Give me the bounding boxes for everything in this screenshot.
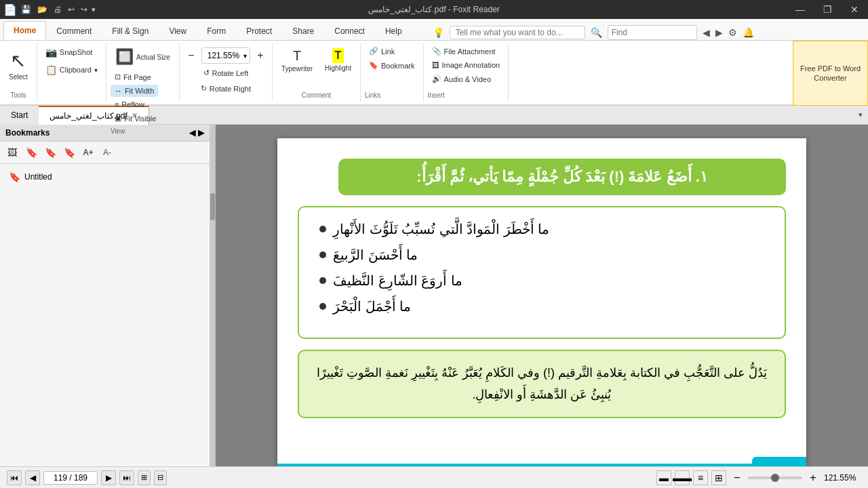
tab-home[interactable]: Home <box>3 21 46 40</box>
ribbon-toolbar: ↖ Select Tools 📷 SnapShot 📋 Clipboard ▾ … <box>0 41 868 106</box>
first-page-button[interactable]: ⏮ <box>7 470 22 485</box>
tab-connect[interactable]: Connect <box>324 21 375 40</box>
zoom-input[interactable] <box>205 51 242 60</box>
sidebar-tool-increase-font[interactable]: A+ <box>80 144 96 161</box>
sidebar-tool-image[interactable]: 🖼 <box>4 144 20 161</box>
view-single-page[interactable]: ▬ <box>656 470 671 485</box>
zoom-out-button[interactable]: − <box>184 49 199 62</box>
clipboard-button[interactable]: 📋 Clipboard ▾ <box>41 62 102 77</box>
settings-icon[interactable]: ⚙ <box>728 27 737 38</box>
quick-print[interactable]: 🖨 <box>52 5 64 14</box>
insert-inner: 📎 File Attachment 🖼 Image Annotation 🔊 A… <box>428 45 505 85</box>
bookmark-icon-tool: 🔖 <box>369 61 378 70</box>
image-annotation-button[interactable]: 🖼 Image Annotation <box>428 59 505 71</box>
bookmark-item-icon: 🔖 <box>9 171 20 182</box>
file-attachment-button[interactable]: 📎 File Attachment <box>428 45 505 58</box>
free-pdf-banner[interactable]: Free PDF to Word Converter <box>793 41 868 106</box>
ribbon-tab-bar: Home Comment Fill & Sign View Form Prote… <box>0 19 868 41</box>
bullet-dot-2 <box>319 251 326 258</box>
snapshot-button[interactable]: 📷 SnapShot <box>41 45 96 60</box>
rotate-right-button[interactable]: ↻ Rotate Right <box>197 82 255 95</box>
quick-redo[interactable]: ↪ <box>79 5 90 14</box>
tab-protect[interactable]: Protect <box>236 21 282 40</box>
zoom-out-status[interactable]: − <box>730 470 745 485</box>
tell-me-input[interactable] <box>450 26 585 39</box>
reflow-button[interactable]: ≡ Reflow <box>111 98 149 110</box>
bell-icon[interactable]: 🔔 <box>743 27 754 38</box>
sidebar-tool-decrease-font[interactable]: A- <box>99 144 115 161</box>
actual-size-icon: 🔲 <box>115 48 134 66</box>
find-input[interactable] <box>612 28 693 37</box>
zoom-in-button[interactable]: + <box>253 49 268 62</box>
sidebar-tool-bookmark3[interactable]: 🔖 <box>61 144 77 161</box>
view-two-page[interactable]: ▬▬ <box>675 470 690 485</box>
zoom-dropdown-icon[interactable]: ▾ <box>243 52 247 60</box>
ribbon-group-comment: T Typewriter T Highlight Comment <box>273 43 361 102</box>
bookmark-button[interactable]: 🔖 Bookmark <box>365 59 419 72</box>
select-button[interactable]: ↖ Select <box>4 45 33 85</box>
bullet-dot-1 <box>319 226 326 232</box>
sidebar: Bookmarks ◀ ▶ 🖼 🔖 🔖 🔖 A+ A- 🔖 Untitled <box>0 125 210 466</box>
highlight-button[interactable]: T Highlight <box>320 45 356 76</box>
fit-page-icon: ⊡ <box>115 73 121 81</box>
window-title: كتاب_لغتي_خامس.pdf - Foxit Reader <box>368 5 500 14</box>
prev-page-button[interactable]: ◀ <box>25 470 40 485</box>
clipboard-icon: 📋 <box>45 64 57 75</box>
view-spread[interactable]: ⊞ <box>711 470 726 485</box>
fit-width-button[interactable]: ↔ Fit Width <box>111 85 158 97</box>
pdf-info-box: يَدُلُّ على التَّعَجُّبِ في الكتابة بِعَ… <box>298 350 786 418</box>
link-button[interactable]: 🔗 Link <box>365 45 419 58</box>
view-continuous[interactable]: ≡ <box>693 470 708 485</box>
typewriter-button[interactable]: T Typewriter <box>277 45 317 76</box>
pdf-green-header: ١. أَضَعُ عَلامَةَ (!) بَعْدَ كُلِّ جُمْ… <box>338 159 786 195</box>
next-page-button[interactable]: ▶ <box>101 470 116 485</box>
quick-save[interactable]: 💾 <box>19 5 33 14</box>
page-input[interactable] <box>43 471 98 485</box>
tab-share[interactable]: Share <box>282 21 324 40</box>
file-attachment-icon: 📎 <box>432 47 441 56</box>
nav-prev-icon[interactable]: ◀ <box>703 27 710 38</box>
fit-width-icon: ↔ <box>115 87 122 95</box>
rotate-left-button[interactable]: ↺ Rotate Left <box>199 66 253 79</box>
sidebar-collapse-icon[interactable]: ▶ <box>198 128 204 138</box>
sidebar-tool-bookmark1[interactable]: 🔖 <box>23 144 39 161</box>
links-inner: 🔗 Link 🔖 Bookmark <box>365 45 419 72</box>
close-button[interactable]: ✕ <box>841 0 868 19</box>
tab-start[interactable]: Start <box>0 106 39 125</box>
tab-form[interactable]: Form <box>197 21 236 40</box>
fit-page-button[interactable]: ⊡ Fit Page <box>111 70 155 83</box>
quick-open[interactable]: 📂 <box>35 5 50 14</box>
actual-size-button[interactable]: 🔲 Actual Size <box>111 45 175 69</box>
customize-btn[interactable]: ▾ <box>92 5 96 14</box>
highlight-icon: T <box>332 48 344 63</box>
fit-visible-icon: ▣ <box>115 114 121 123</box>
tab-fill-sign[interactable]: Fill & Sign <box>102 21 159 40</box>
tab-help[interactable]: Help <box>375 21 412 40</box>
select-label: Select <box>9 73 28 81</box>
fit-screen-button[interactable]: ⊞ <box>138 470 151 485</box>
quick-undo[interactable]: ↩ <box>66 5 77 14</box>
pdf-bullet-1: ما أَخْطَرَ الْمَوادَّ الَّتي تُسبِّبُ ت… <box>319 221 764 237</box>
pdf-area[interactable]: ١. أَضَعُ عَلامَةَ (!) بَعْدَ كُلِّ جُمْ… <box>216 125 868 466</box>
tab-view[interactable]: View <box>159 21 197 40</box>
sidebar-header: Bookmarks ◀ ▶ <box>0 125 210 142</box>
minimize-button[interactable]: — <box>787 0 814 19</box>
split-view-button[interactable]: ⊟ <box>154 470 167 485</box>
bookmark-item-untitled[interactable]: 🔖 Untitled <box>5 169 204 184</box>
restore-button[interactable]: ❐ <box>814 0 841 19</box>
zoom-slider[interactable] <box>748 476 802 479</box>
tab-comment[interactable]: Comment <box>46 21 102 40</box>
bookmark-item-label: Untitled <box>24 172 52 182</box>
status-zoom-area: ▬ ▬▬ ≡ ⊞ − + 121.55% <box>656 470 861 485</box>
last-page-button[interactable]: ⏭ <box>119 470 134 485</box>
tab-dropdown-btn[interactable]: ▾ <box>853 108 868 122</box>
image-annotation-icon: 🖼 <box>432 61 439 69</box>
sidebar-tool-bookmark2[interactable]: 🔖 <box>42 144 58 161</box>
zoom-in-status[interactable]: + <box>806 470 821 485</box>
nav-next-icon[interactable]: ▶ <box>715 27 723 38</box>
audio-video-button[interactable]: 🔊 Audio & Video <box>428 73 505 85</box>
fit-visible-button[interactable]: ▣ Fit Visible <box>111 112 160 125</box>
links-section-label: Links <box>365 92 380 99</box>
sidebar-scrollbar[interactable] <box>210 125 216 466</box>
sidebar-expand-icon[interactable]: ◀ <box>189 128 195 138</box>
